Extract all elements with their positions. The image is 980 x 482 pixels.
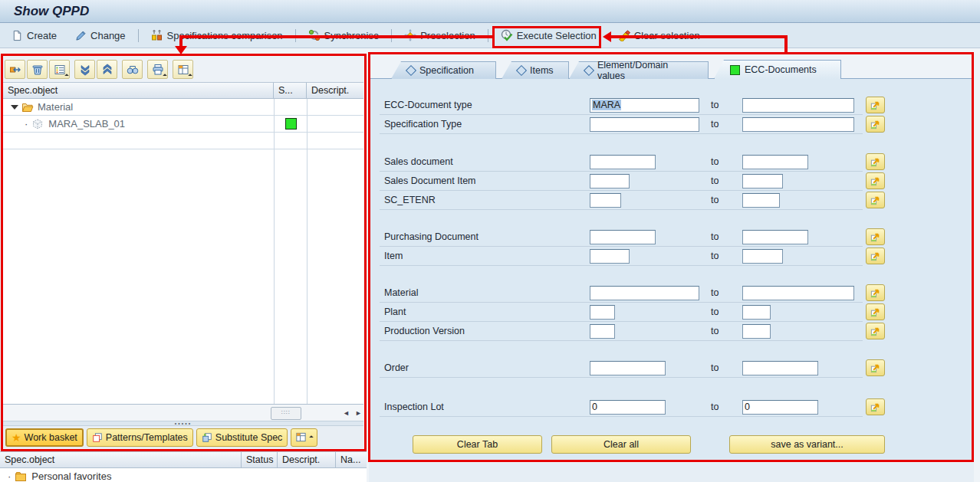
form-row-ecc-document-type: ECC-Document type MARA to bbox=[380, 96, 863, 115]
multiple-selection-button[interactable] bbox=[866, 172, 885, 189]
execute-selection-button[interactable]: Execute Selection bbox=[495, 26, 602, 44]
plant-from-input[interactable] bbox=[590, 305, 615, 320]
plant-to-input[interactable] bbox=[742, 305, 771, 320]
sc-etenr-from-input[interactable] bbox=[590, 193, 621, 208]
material-from-input[interactable] bbox=[590, 286, 699, 300]
purchasing-document-from-input[interactable] bbox=[590, 230, 656, 244]
multiple-selection-button[interactable] bbox=[866, 398, 885, 415]
production-version-from-input[interactable] bbox=[590, 324, 615, 339]
multiple-selection-button[interactable] bbox=[866, 153, 885, 170]
patterns-templates-button[interactable]: Patterns/Templates bbox=[87, 428, 193, 447]
tab-specification[interactable]: Specification bbox=[391, 61, 496, 79]
synchronise-button[interactable]: Synchronise bbox=[303, 26, 385, 44]
print-icon[interactable] bbox=[147, 60, 168, 79]
inspection-lot-from-input[interactable]: 0 bbox=[590, 400, 666, 415]
save-as-variant-button[interactable]: save as variant... bbox=[729, 435, 885, 454]
synchronise-icon bbox=[308, 29, 321, 41]
diamond-icon bbox=[406, 65, 416, 76]
multiple-selection-button[interactable] bbox=[866, 359, 885, 376]
ecc-documents-form: ECC-Document type MARA to Specification … bbox=[370, 79, 972, 461]
favorites-panel: Spec.object Status Descript. Na... · Per… bbox=[0, 451, 367, 482]
sales-document-item-to-input[interactable] bbox=[742, 174, 783, 189]
tree-empty-row bbox=[3, 133, 363, 149]
form-row-item: Item to bbox=[380, 247, 863, 266]
order-to-input[interactable] bbox=[742, 361, 818, 375]
scroll-left-icon[interactable]: ◄ bbox=[340, 408, 352, 418]
specification-type-to-input[interactable] bbox=[742, 117, 854, 132]
work-basket-button[interactable]: ★ Work basket bbox=[5, 428, 84, 447]
ecc-document-type-to-input[interactable] bbox=[742, 98, 854, 113]
panel-splitter[interactable]: ••••• bbox=[3, 421, 363, 426]
specifications-comparison-button[interactable]: Specifications comparison bbox=[146, 26, 288, 44]
column-header-status: Status bbox=[242, 452, 278, 467]
clear-all-button[interactable]: Clear all bbox=[551, 435, 691, 454]
purchasing-document-to-input[interactable] bbox=[742, 230, 808, 244]
footer-layout-button[interactable] bbox=[291, 428, 317, 447]
transfer-icon[interactable] bbox=[5, 60, 25, 79]
toolbar-shadow-strip bbox=[0, 48, 980, 54]
app-toolbar: Create Change Specifications comparison … bbox=[0, 23, 980, 48]
production-version-to-input[interactable] bbox=[742, 324, 771, 339]
sc-etenr-to-input[interactable] bbox=[742, 193, 780, 208]
form-row-sales-document: Sales document to bbox=[380, 152, 863, 172]
green-square-icon bbox=[730, 65, 740, 75]
preselection-button[interactable]: Preselection bbox=[399, 26, 481, 44]
sales-document-from-input[interactable] bbox=[590, 155, 656, 169]
tree-node-mara-slab[interactable]: · MARA_SLAB_01 bbox=[3, 116, 363, 133]
multiple-selection-button[interactable] bbox=[866, 116, 885, 133]
substitute-sheets-icon bbox=[202, 432, 212, 443]
new-document-icon bbox=[12, 30, 23, 41]
collapse-all-icon[interactable] bbox=[97, 60, 117, 79]
tree-horizontal-scrollbar: ∷∷ ◄ ► bbox=[3, 404, 363, 421]
multiple-selection-button[interactable] bbox=[866, 192, 885, 208]
delete-icon[interactable] bbox=[27, 60, 48, 79]
comparison-icon bbox=[151, 29, 163, 41]
scrollbar-thumb[interactable]: ∷∷ bbox=[271, 407, 301, 420]
multiple-selection-button[interactable] bbox=[866, 228, 885, 245]
substitute-spec-button[interactable]: Substitute Spec bbox=[196, 428, 288, 447]
sales-document-to-input[interactable] bbox=[742, 155, 808, 169]
multiple-selection-button[interactable] bbox=[866, 248, 885, 264]
sales-document-item-from-input[interactable] bbox=[590, 174, 630, 189]
dropdown-caret-icon bbox=[188, 74, 192, 78]
clear-selection-button[interactable]: Clear selection bbox=[613, 26, 705, 44]
find-icon[interactable] bbox=[122, 60, 143, 79]
clear-tab-button[interactable]: Clear Tab bbox=[413, 435, 542, 454]
form-row-production-version: Production Version to bbox=[380, 322, 863, 341]
ecc-document-type-from-input[interactable]: MARA bbox=[590, 98, 699, 113]
material-to-input[interactable] bbox=[742, 286, 854, 300]
tree-node-material[interactable]: Material bbox=[3, 99, 363, 116]
form-row-specification-type: Specification Type to bbox=[380, 115, 863, 134]
layout-icon[interactable] bbox=[173, 60, 193, 79]
expand-all-icon[interactable] bbox=[74, 60, 95, 79]
dropdown-caret-icon bbox=[163, 74, 167, 78]
tab-ecc-documents[interactable]: ECC-Documents bbox=[714, 60, 841, 79]
copy-sheets-icon bbox=[92, 432, 103, 443]
display-options-icon[interactable] bbox=[49, 60, 70, 79]
item-to-input[interactable] bbox=[742, 249, 783, 264]
create-button[interactable]: Create bbox=[6, 27, 62, 44]
eraser-icon bbox=[618, 29, 630, 41]
expanded-triangle-icon[interactable] bbox=[11, 105, 18, 110]
tab-items[interactable]: Items bbox=[502, 61, 569, 79]
multiple-selection-button[interactable] bbox=[866, 323, 885, 339]
material-cube-icon bbox=[31, 118, 44, 130]
order-from-input[interactable] bbox=[590, 361, 666, 375]
tab-element-domain-values[interactable]: Element/Domain values bbox=[569, 61, 709, 79]
toolbar-separator bbox=[488, 29, 488, 42]
form-row-plant: Plant to bbox=[380, 303, 863, 322]
diamond-icon bbox=[516, 65, 527, 76]
tree-node-label: Material bbox=[38, 101, 73, 113]
multiple-selection-button[interactable] bbox=[866, 284, 885, 301]
change-button[interactable]: Change bbox=[70, 27, 131, 44]
tree-footer-buttons: ★ Work basket Patterns/Templates Substit… bbox=[3, 426, 363, 448]
multiple-selection-button[interactable] bbox=[866, 303, 885, 320]
scroll-right-icon[interactable]: ► bbox=[353, 408, 364, 418]
item-from-input[interactable] bbox=[590, 249, 630, 264]
column-header-name: Na... bbox=[336, 452, 367, 467]
column-header-spec-object: Spec.object bbox=[0, 452, 242, 467]
inspection-lot-to-input[interactable]: 0 bbox=[742, 400, 818, 415]
specification-type-from-input[interactable] bbox=[590, 117, 699, 132]
tree-node-personal-favorites[interactable]: · Personal favorites bbox=[0, 468, 367, 482]
multiple-selection-button[interactable] bbox=[866, 97, 885, 113]
